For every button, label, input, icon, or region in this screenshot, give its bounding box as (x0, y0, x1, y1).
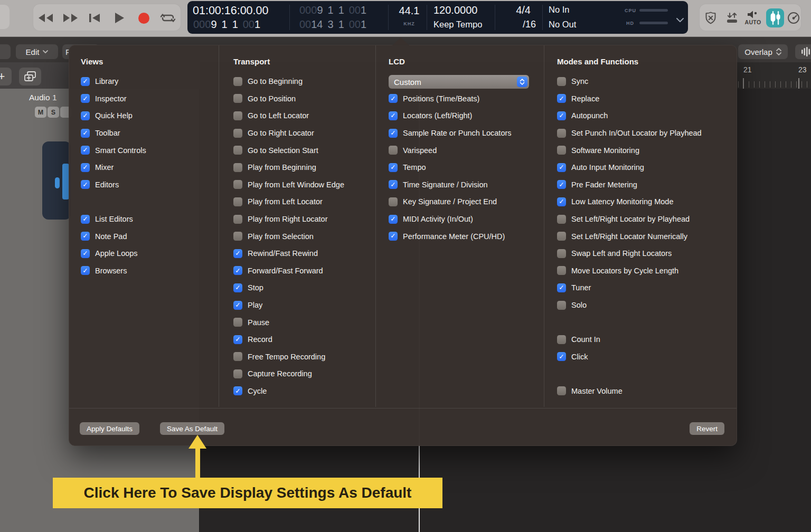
play-button[interactable] (108, 4, 131, 32)
checkbox[interactable] (557, 335, 566, 344)
checkbox[interactable] (81, 180, 90, 189)
checkbox[interactable] (81, 215, 90, 224)
checkbox[interactable] (81, 249, 90, 258)
checkbox[interactable] (81, 146, 90, 155)
lcd-time-signature[interactable]: 4/4 (496, 4, 531, 16)
checkbox[interactable] (81, 129, 90, 138)
checkbox[interactable] (389, 94, 398, 103)
checkbox-row-sync[interactable]: Sync (557, 73, 702, 90)
checkbox-row-note-pad[interactable]: Note Pad (81, 227, 146, 245)
go-to-beginning-button[interactable] (83, 4, 106, 32)
checkbox[interactable] (557, 266, 566, 275)
checkbox-row-record[interactable]: Record (233, 331, 344, 348)
checkbox[interactable] (233, 335, 242, 344)
lcd-position-time[interactable]: 01:00:16:00.00 (193, 4, 268, 17)
checkbox[interactable] (81, 266, 90, 275)
checkbox-row-free-tempo-recording[interactable]: Free Tempo Recording (233, 348, 344, 366)
checkbox-row-positions[interactable]: Positions (Time/Beats) (389, 90, 512, 108)
checkbox[interactable] (233, 111, 242, 120)
mute-button[interactable]: M (35, 107, 46, 118)
checkbox-row-auto-input-monitoring[interactable]: Auto Input Monitoring (557, 159, 702, 176)
checkbox[interactable] (557, 283, 566, 292)
low-latency-button[interactable] (700, 4, 722, 32)
checkbox-row-smart-controls[interactable]: Smart Controls (81, 141, 146, 159)
checkbox[interactable] (81, 94, 90, 103)
lcd-customize-chevron[interactable] (676, 15, 684, 25)
checkbox-row-key-signature[interactable]: Key Signature / Project End (389, 193, 512, 211)
checkbox[interactable] (557, 352, 566, 361)
checkbox[interactable] (233, 215, 242, 224)
checkbox[interactable] (557, 249, 566, 258)
checkbox-row-mixer[interactable]: Mixer (81, 159, 146, 176)
mixer-button[interactable] (764, 4, 786, 32)
lcd-sample-rate[interactable]: 44.1 (394, 5, 424, 17)
checkbox[interactable] (557, 386, 566, 395)
checkbox[interactable] (389, 111, 398, 120)
checkbox-row-click[interactable]: Click (557, 348, 702, 366)
checkbox-row-inspector[interactable]: Inspector (81, 90, 146, 108)
checkbox-row-software-monitoring[interactable]: Software Monitoring (557, 141, 702, 159)
checkbox[interactable] (233, 266, 242, 275)
checkbox-row-time-signature[interactable]: Time Signature / Division (389, 176, 512, 194)
checkbox[interactable] (233, 180, 242, 189)
checkbox-row-low-latency[interactable]: Low Latency Monitoring Mode (557, 193, 702, 211)
checkbox-row-play-from-selection[interactable]: Play from Selection (233, 227, 344, 245)
checkbox-row-swap-locators[interactable]: Swap Left and Right Locators (557, 245, 702, 262)
checkbox[interactable] (557, 111, 566, 120)
checkbox[interactable] (233, 94, 242, 103)
checkbox[interactable] (233, 283, 242, 292)
track-name[interactable]: Audio 1 (29, 93, 57, 102)
checkbox-row-master-volume[interactable]: Master Volume (557, 383, 702, 400)
solo-button[interactable]: S (48, 107, 59, 118)
checkbox-row-solo[interactable]: Solo (557, 297, 702, 314)
checkbox-row-set-punch-locator[interactable]: Set Punch In/Out Locator by Playhead (557, 125, 702, 142)
lcd-locator-right[interactable]: 001431001 (299, 18, 366, 31)
waveform-view-button[interactable] (795, 44, 811, 59)
checkbox-row-varispeed[interactable]: Varispeed (389, 141, 512, 159)
lcd-preset-dropdown[interactable]: Custom (389, 75, 529, 89)
checkbox[interactable] (389, 180, 398, 189)
checkbox-row-apple-loops[interactable]: Apple Loops (81, 245, 146, 262)
checkbox-row-set-lr-numerically[interactable]: Set Left/Right Locator Numerically (557, 227, 702, 245)
checkbox[interactable] (557, 77, 566, 86)
checkbox[interactable] (81, 77, 90, 86)
checkbox-row-browsers[interactable]: Browsers (81, 262, 146, 280)
revert-button[interactable]: Revert (690, 422, 724, 435)
duplicate-track-button[interactable] (19, 68, 41, 86)
checkbox[interactable] (233, 232, 242, 241)
add-track-button[interactable]: + (0, 68, 12, 86)
save-as-default-button[interactable]: Save As Default (160, 422, 224, 435)
checkbox-row-sample-rate[interactable]: Sample Rate or Punch Locators (389, 125, 512, 142)
auto-monitoring-button[interactable]: AUTO (742, 4, 764, 32)
edit-menu-button[interactable]: Edit (16, 44, 58, 59)
checkbox[interactable] (233, 129, 242, 138)
partial-tool-button[interactable] (0, 44, 11, 59)
checkbox-row-play-from-right-locator[interactable]: Play from Right Locator (233, 211, 344, 228)
checkbox-row-performance-meter[interactable]: Performance Meter (CPU/HD) (389, 227, 512, 245)
checkbox[interactable] (557, 301, 566, 310)
fast-forward-button[interactable] (59, 4, 82, 32)
checkbox[interactable] (233, 163, 242, 172)
lcd-midi-out[interactable]: No Out (549, 20, 576, 30)
checkbox[interactable] (557, 215, 566, 224)
checkbox-row-midi-activity[interactable]: MIDI Activity (In/Out) (389, 211, 512, 228)
checkbox[interactable] (557, 146, 566, 155)
checkbox-row-rewind[interactable]: Rewind/Fast Rewind (233, 245, 344, 262)
checkbox[interactable] (233, 386, 242, 395)
checkbox-row-toolbar[interactable]: Toolbar (81, 125, 146, 142)
checkbox-row-pause[interactable]: Pause (233, 314, 344, 331)
checkbox-row-count-in[interactable]: Count In (557, 331, 702, 348)
lcd-division[interactable]: /16 (502, 19, 536, 30)
checkbox[interactable] (81, 111, 90, 120)
checkbox-row-go-to-selection-start[interactable]: Go to Selection Start (233, 141, 344, 159)
overlap-menu-button[interactable]: Overlap (738, 44, 788, 59)
checkbox-row-library[interactable]: Library (81, 73, 146, 90)
checkbox[interactable] (233, 369, 242, 378)
checkbox[interactable] (557, 180, 566, 189)
rewind-button[interactable] (34, 4, 58, 32)
checkbox-row-replace[interactable]: Replace (557, 90, 702, 108)
checkbox-row-play-from-left-locator[interactable]: Play from Left Locator (233, 193, 344, 211)
checkbox[interactable] (389, 232, 398, 241)
checkbox[interactable] (233, 197, 242, 206)
lcd-tempo-mode[interactable]: Keep Tempo (433, 20, 482, 30)
